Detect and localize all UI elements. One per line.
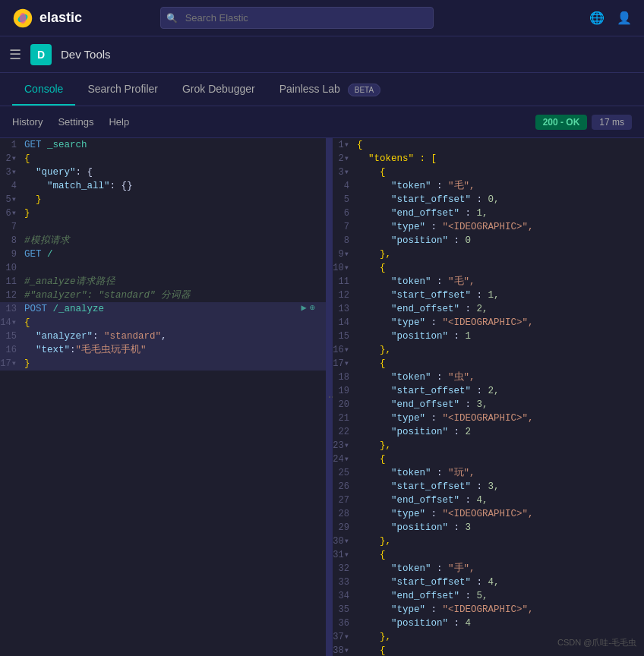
output-line: 18 "token" : "虫", xyxy=(333,371,644,384)
tab-grok-debugger[interactable]: Grok Debugger xyxy=(170,74,267,106)
watermark: CSDN @爪哇-毛毛虫 xyxy=(557,637,636,648)
line-number: 16 xyxy=(0,343,24,357)
output-line-content: "type" : "<IDEOGRAPHIC>", xyxy=(357,412,638,425)
line-content: { xyxy=(24,152,320,166)
output-line: 27 "end_offset" : 4, xyxy=(333,494,644,507)
output-line-content: "type" : "<IDEOGRAPHIC>", xyxy=(357,316,638,330)
global-search[interactable]: 🔍 xyxy=(160,7,434,29)
editor-line: 10 xyxy=(0,261,326,275)
output-line-content: { xyxy=(357,261,638,275)
editor-line: 1 GET _search xyxy=(0,138,326,152)
output-line: 32 "token" : "手", xyxy=(333,562,644,576)
tab-console[interactable]: Console xyxy=(12,74,75,106)
tab-search-profiler[interactable]: Search Profiler xyxy=(75,74,170,106)
output-line-content: "type" : "<IDEOGRAPHIC>", xyxy=(357,603,638,617)
line-number: 7 xyxy=(333,220,357,234)
hamburger-menu[interactable]: ☰ xyxy=(9,46,21,63)
line-number: 5▾ xyxy=(0,193,24,207)
line-number: 37▾ xyxy=(333,630,357,644)
output-line-content: "type" : "<IDEOGRAPHIC>", xyxy=(357,507,638,521)
run-button[interactable]: ▶ xyxy=(301,302,307,314)
tab-painless-lab[interactable]: Painless Lab BETA xyxy=(267,74,393,106)
line-number: 14▾ xyxy=(0,316,24,330)
line-number: 22 xyxy=(333,425,357,439)
output-line-content: "type" : "<IDEOGRAPHIC>", xyxy=(357,220,638,234)
output-line-content: "start_offset" : 1, xyxy=(357,289,638,302)
line-number: 31▾ xyxy=(333,548,357,562)
line-number: 25 xyxy=(333,466,357,480)
output-line: 19 "start_offset" : 2, xyxy=(333,384,644,398)
time-badge: 17 ms xyxy=(592,115,632,130)
line-number: 36 xyxy=(333,617,357,630)
output-line-content: "tokens" : [ xyxy=(357,152,638,166)
output-line-content: "token" : "毛", xyxy=(357,179,638,193)
copy-button[interactable]: ⊕ xyxy=(310,302,315,314)
output-line: 10▾ { xyxy=(333,261,644,275)
editor-panel[interactable]: 1 GET _search2▾{3▾ "query": {4 "match_al… xyxy=(0,138,327,656)
editor-line: 4 "match_all": {} xyxy=(0,179,326,193)
line-number: 7 xyxy=(0,220,24,234)
help-button[interactable]: Help xyxy=(109,116,129,128)
line-number: 5 xyxy=(333,193,357,207)
output-line-content: "position" : 4 xyxy=(357,617,638,630)
elastic-logo-text: elastic xyxy=(39,10,82,26)
output-line: 33 "start_offset" : 4, xyxy=(333,576,644,589)
line-number: 26 xyxy=(333,480,357,494)
line-number: 10 xyxy=(0,261,24,275)
line-content: #_analyze请求路径 xyxy=(24,275,320,289)
line-number: 16▾ xyxy=(333,343,357,357)
search-input[interactable] xyxy=(160,7,434,29)
line-content: GET / xyxy=(24,248,320,261)
output-line-content: "position" : 1 xyxy=(357,330,638,343)
line-number: 24▾ xyxy=(333,453,357,466)
line-number: 27 xyxy=(333,494,357,507)
line-number: 20 xyxy=(333,398,357,412)
line-number: 30▾ xyxy=(333,535,357,548)
output-line: 12 "start_offset" : 1, xyxy=(333,289,644,302)
line-content: } xyxy=(24,207,320,220)
elastic-logo[interactable]: elastic xyxy=(12,8,82,29)
line-content: #模拟请求 xyxy=(24,234,320,248)
output-line-content: "token" : "玩", xyxy=(357,466,638,480)
editor-line: 3▾ "query": { xyxy=(0,166,326,179)
line-number: 15 xyxy=(333,330,357,343)
user-icon[interactable]: 👤 xyxy=(617,11,632,25)
output-line: 11 "token" : "毛", xyxy=(333,275,644,289)
line-number: 15 xyxy=(0,330,24,343)
beta-badge: BETA xyxy=(348,84,380,96)
status-badge: 200 - OK xyxy=(535,115,588,130)
line-number: 2▾ xyxy=(0,152,24,166)
output-line: 7 "type" : "<IDEOGRAPHIC>", xyxy=(333,220,644,234)
history-button[interactable]: History xyxy=(12,116,43,128)
editor-line: 11 #_analyze请求路径 xyxy=(0,275,326,289)
line-number: 1▾ xyxy=(333,138,357,152)
line-number: 17▾ xyxy=(0,357,24,371)
line-number: 35 xyxy=(333,603,357,617)
output-line: 6 "end_offset" : 1, xyxy=(333,207,644,220)
output-line-content: "end_offset" : 4, xyxy=(357,494,638,507)
settings-button[interactable]: Settings xyxy=(58,116,93,128)
output-line: 16▾ }, xyxy=(333,343,644,357)
output-line: 4 "token" : "毛", xyxy=(333,179,644,193)
output-line-content: }, xyxy=(357,343,638,357)
editor-line: 2▾{ xyxy=(0,152,326,166)
output-line-content: { xyxy=(357,453,638,466)
editor-line: 7 xyxy=(0,220,326,234)
output-panel[interactable]: 1▾{2▾ "tokens" : [3▾ {4 "token" : "毛",5 … xyxy=(333,138,644,656)
line-number: 13 xyxy=(0,302,24,316)
line-number: 12 xyxy=(0,289,24,302)
output-line-content: "token" : "手", xyxy=(357,562,638,576)
editor-line: 15 "analyzer": "standard", xyxy=(0,330,326,343)
output-line: 22 "position" : 2 xyxy=(333,425,644,439)
line-number: 2▾ xyxy=(333,152,357,166)
resize-handle[interactable]: ⋮ xyxy=(327,138,333,656)
search-icon: 🔍 xyxy=(166,13,178,24)
line-content: "match_all": {} xyxy=(24,179,320,193)
line-number: 4 xyxy=(333,179,357,193)
output-line: 21 "type" : "<IDEOGRAPHIC>", xyxy=(333,412,644,425)
output-line-content: "end_offset" : 1, xyxy=(357,207,638,220)
line-number: 11 xyxy=(333,275,357,289)
line-number: 33 xyxy=(333,576,357,589)
line-number: 19 xyxy=(333,384,357,398)
globe-icon[interactable]: 🌐 xyxy=(589,11,605,25)
